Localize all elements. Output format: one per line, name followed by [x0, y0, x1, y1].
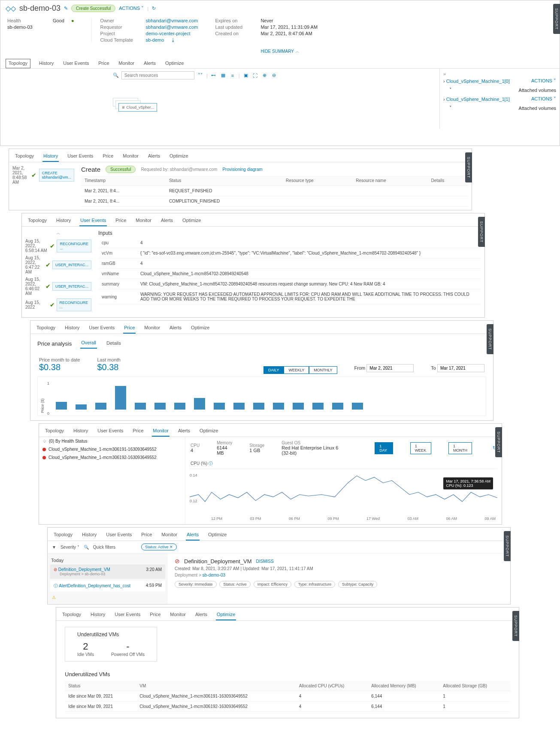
quick-filters[interactable]: Quick filters — [93, 545, 115, 550]
tab-alerts[interactable]: Alerts — [177, 426, 191, 437]
tab-history[interactable]: History — [38, 59, 54, 68]
to-date-input[interactable] — [437, 364, 484, 372]
event-box[interactable]: RECONFIGURE ... — [57, 298, 92, 311]
tab-topology[interactable]: Topology — [53, 530, 73, 541]
tab-price[interactable]: Price — [140, 530, 153, 541]
from-date-input[interactable] — [366, 364, 414, 372]
tab-user-events[interactable]: User Events — [97, 426, 124, 437]
tab-price[interactable]: Price — [115, 216, 127, 226]
support-tab[interactable]: SUPPORT — [504, 531, 511, 561]
template-link[interactable]: sb-demo — [146, 37, 164, 43]
support-tab[interactable]: SUPPORT — [495, 427, 502, 457]
tab-alerts[interactable]: Alerts — [194, 610, 208, 620]
tab-optimize[interactable]: Optimize — [190, 323, 210, 334]
health-filter[interactable]: (0) By Health Status — [49, 439, 87, 443]
tab-alerts[interactable]: Alerts — [186, 530, 200, 541]
actions-dropdown[interactable]: ACTIONS ˅ — [119, 6, 144, 11]
tree-group[interactable]: Attached volumes — [519, 88, 556, 93]
range-week[interactable]: 1 WEEK — [410, 442, 431, 454]
tab-price[interactable]: Price — [102, 152, 114, 162]
tab-monitor[interactable]: Monitor — [118, 59, 135, 68]
tab-monitor[interactable]: Monitor — [122, 152, 139, 162]
tab-history[interactable]: History — [90, 610, 106, 620]
alert-list-item[interactable]: ⊘ Definition_Deployment_VM3:20 AM Deploy… — [50, 565, 165, 579]
tree-item[interactable]: Cloud_vSphere_Machine_1[1] — [446, 97, 510, 102]
tree-item[interactable]: Cloud_vSphere_Machine_1[0] — [446, 79, 510, 84]
chevron-up-down-icon[interactable]: ˄˅ — [197, 73, 204, 78]
seg-monthly[interactable]: MONTHLY — [309, 366, 337, 374]
event-box[interactable]: CREATE sbhandari@vm... — [39, 169, 74, 182]
zoom-in-icon[interactable]: ⊕ — [261, 73, 268, 78]
support-tab[interactable]: SUPPORT — [465, 152, 472, 182]
event-box[interactable]: USER_INTERAC... — [52, 261, 91, 269]
tab-topology[interactable]: Topology — [6, 59, 30, 68]
tab-topology[interactable]: Topology — [27, 216, 48, 226]
canvas-node[interactable]: 🖥 Cloud_vSpher... — [118, 103, 157, 112]
tab-optimize[interactable]: Optimize — [169, 152, 189, 162]
tab-monitor[interactable]: Monitor — [160, 530, 178, 541]
dismiss-button[interactable]: DISMISS — [256, 559, 274, 564]
tab-user-events[interactable]: User Events — [67, 152, 94, 162]
tab-monitor[interactable]: Monitor — [143, 323, 161, 334]
requestor-link[interactable]: sbhandari@vmware.com — [146, 24, 198, 30]
support-tab[interactable]: SUPPORT — [478, 217, 485, 247]
tab-history[interactable]: History — [42, 152, 59, 162]
vm-list-item[interactable]: Cloud_vSphere_Machine_1-mcm306192-163093… — [39, 453, 185, 462]
status-filter-chip[interactable]: Status: Active ✕ — [141, 544, 177, 550]
tab-history[interactable]: History — [81, 530, 97, 541]
tab-history[interactable]: History — [55, 216, 72, 226]
tab-alerts[interactable]: Alerts — [147, 152, 161, 162]
tab-price[interactable]: Price — [132, 426, 144, 437]
subtab-overall[interactable]: Overall — [80, 338, 97, 349]
collapse-tree-icon[interactable]: » — [443, 71, 556, 76]
tab-optimize[interactable]: Optimize — [207, 530, 227, 541]
event-box[interactable]: USER_INTERAC... — [52, 282, 91, 291]
download-icon[interactable]: ⭳ — [171, 37, 176, 43]
tab-topology[interactable]: Topology — [61, 610, 82, 620]
tab-user-events[interactable]: User Events — [88, 323, 115, 334]
refresh-icon[interactable]: ↻ — [152, 6, 156, 11]
alert-list-item[interactable]: ⓘ AlertDefinition_Deployment_has_cost4:5… — [50, 580, 165, 592]
project-link[interactable]: demo-vcenter-project — [146, 31, 191, 36]
tab-monitor[interactable]: Monitor — [169, 610, 187, 620]
chevron-up-icon[interactable]: ︿ — [25, 230, 91, 236]
search-input[interactable] — [121, 71, 194, 79]
list-view-icon[interactable]: ≡ — [229, 73, 236, 78]
seg-weekly[interactable]: WEEKLY — [284, 366, 309, 374]
severity-filter[interactable]: Severity ˅ — [61, 545, 79, 550]
vm-list-item[interactable]: Cloud_vSphere_Machine_1-mcm306191-163093… — [39, 445, 185, 453]
tab-topology[interactable]: Topology — [14, 152, 35, 162]
range-day[interactable]: 1 DAY — [375, 442, 393, 454]
reset-zoom-icon[interactable]: ⛶ — [252, 73, 259, 78]
tab-alerts[interactable]: Alerts — [160, 216, 174, 226]
tree-actions[interactable]: ACTIONS ˅ — [531, 78, 556, 84]
tab-optimize[interactable]: Optimize — [164, 59, 185, 68]
provisioning-diagram-link[interactable]: Provisioning diagram — [222, 167, 262, 172]
tab-user-events[interactable]: User Events — [62, 59, 90, 68]
tab-user-events[interactable]: User Events — [105, 530, 133, 541]
subtab-details[interactable]: Details — [106, 339, 122, 348]
tab-user-events[interactable]: User Events — [114, 610, 141, 620]
tab-user-events[interactable]: User Events — [79, 216, 107, 226]
tree-actions[interactable]: ACTIONS ˅ — [531, 96, 556, 102]
tab-optimize[interactable]: Optimize — [182, 216, 202, 226]
tab-optimize[interactable]: Optimize — [216, 610, 236, 620]
zoom-out-icon[interactable]: ⊖ — [271, 73, 278, 78]
filter-icon[interactable]: ♢ — [42, 439, 46, 443]
support-tab[interactable]: SUPPORT — [487, 324, 493, 354]
tab-monitor[interactable]: Monitor — [135, 216, 152, 226]
tab-topology[interactable]: Topology — [44, 426, 65, 437]
support-tab[interactable]: SUPPORT — [512, 611, 519, 641]
tab-price[interactable]: Price — [149, 610, 161, 620]
tab-topology[interactable]: Topology — [36, 323, 56, 334]
seg-daily[interactable]: DAILY — [263, 366, 284, 374]
support-tab[interactable]: SUPPORT — [553, 4, 560, 34]
tab-history[interactable]: History — [64, 323, 80, 334]
tab-alerts[interactable]: Alerts — [143, 59, 157, 68]
tab-optimize[interactable]: Optimize — [199, 426, 219, 437]
tree-group[interactable]: Attached volumes — [519, 106, 556, 111]
edit-icon[interactable]: ✎ — [64, 6, 68, 11]
tab-price[interactable]: Price — [97, 59, 110, 68]
info-icon[interactable]: ⓘ — [209, 461, 213, 466]
tab-alerts[interactable]: Alerts — [169, 323, 182, 334]
